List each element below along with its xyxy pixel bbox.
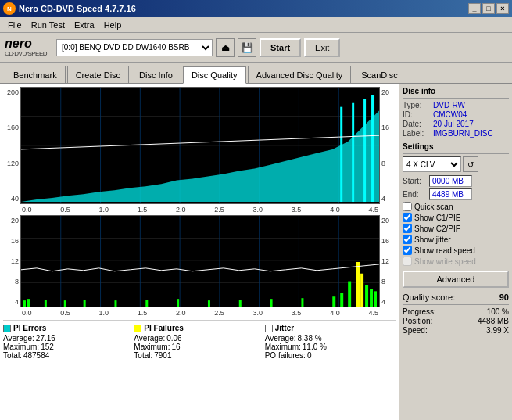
svg-rect-38 [301,298,303,307]
quality-section: Quality score: 90 Progress: 100 % Positi… [403,293,509,335]
bottom-chart-svg [21,216,379,307]
pi-errors-label: PI Errors [13,324,46,332]
pi-failures-avg-value: 0.06 [166,334,181,343]
tab-benchmark[interactable]: Benchmark [5,66,66,83]
show-jitter-row: Show jitter [403,235,509,244]
show-c1-pie-checkbox[interactable] [403,213,412,222]
tab-disc-info[interactable]: Disc Info [131,66,181,83]
app-icon: N [3,2,16,15]
show-c2-pif-checkbox[interactable] [403,224,412,233]
pi-failures-avg-row: Average: 0.06 [134,334,264,343]
show-jitter-label: Show jitter [414,235,451,244]
tabs: Benchmark Create Disc Disc Info Disc Qua… [0,63,512,83]
progress-value: 100 % [487,307,509,316]
svg-rect-39 [332,296,335,307]
start-value: 0000 MB [429,175,472,187]
jitter-stats: Jitter Average: 8.38 % Maximum: 11.0 % P… [265,324,396,360]
save-icon[interactable]: 💾 [238,38,256,57]
tab-scan-disc[interactable]: ScanDisc [353,66,406,83]
svg-rect-31 [84,300,86,307]
advanced-button[interactable]: Advanced [403,271,509,288]
drive-select[interactable]: [0:0] BENQ DVD DD DW1640 BSRB [56,39,213,56]
maximize-button[interactable]: □ [482,3,495,14]
disc-id-row: ID: CMCW04 [403,110,509,119]
svg-rect-29 [45,300,47,307]
pi-failures-stats: PI Failures Average: 0.06 Maximum: 16 To… [134,324,264,360]
menu-help[interactable]: Help [99,19,127,31]
top-chart-y-left: 200 160 120 40 [3,87,20,204]
chart-area: 200 160 120 40 [0,84,399,420]
pi-failures-color-box [134,325,141,332]
jitter-label: Jitter [275,324,294,332]
svg-rect-46 [374,291,377,307]
end-value: 4489 MB [429,188,472,200]
disc-type-label: Type: [403,101,430,109]
pi-errors-color-box [3,325,11,332]
menu-run-test[interactable]: Run Test [27,19,70,31]
quick-scan-checkbox[interactable] [403,202,412,211]
show-write-speed-checkbox[interactable] [403,257,412,266]
speed-select[interactable]: 4 X CLV [403,156,461,172]
disc-label-label: Label: [403,129,430,138]
show-read-speed-checkbox[interactable] [403,246,412,255]
show-write-speed-row: Show write speed [403,257,509,266]
stats-bar: PI Errors Average: 27.16 Maximum: 152 To… [3,320,396,360]
quick-scan-row: Quick scan [403,202,509,211]
start-button[interactable]: Start [260,38,301,57]
jitter-po-label: PO failures: [265,351,306,360]
jitter-avg-label: Average: [265,334,296,343]
quality-score: 90 [499,293,509,302]
nero-product: CD·DVD/SPEED [5,50,47,57]
pi-failures-max-value: 16 [171,343,180,351]
svg-rect-30 [64,300,66,307]
bottom-chart [20,215,380,307]
jitter-avg-value: 8.38 % [298,334,322,343]
bottom-chart-y-right: 20 16 12 8 4 [380,215,396,307]
exit-button[interactable]: Exit [304,38,340,57]
jitter-avg-row: Average: 8.38 % [265,334,396,343]
pi-errors-total-label: Total: [3,351,22,360]
pi-errors-total-value: 487584 [23,351,49,360]
svg-rect-33 [145,300,148,307]
toolbar: nero CD·DVD/SPEED [0:0] BENQ DVD DD DW16… [0,33,512,63]
svg-rect-43 [360,274,363,307]
pi-errors-max-value: 152 [41,343,54,351]
tab-advanced-disc-quality[interactable]: Advanced Disc Quality [248,66,352,83]
end-label: End: [403,190,426,199]
svg-rect-14 [363,99,366,202]
menu-file[interactable]: File [3,19,27,31]
disc-date-row: Date: 20 Jul 2017 [403,120,509,128]
eject-icon[interactable]: ⏏ [216,38,235,57]
title-bar: N Nero CD-DVD Speed 4.7.7.16 _ □ × [0,0,512,17]
minimize-button[interactable]: _ [468,3,481,14]
refresh-button[interactable]: ↺ [463,156,478,172]
speed-row-display: Speed: 3.99 X [403,326,509,335]
nero-logo: nero CD·DVD/SPEED [5,38,47,57]
svg-rect-40 [340,293,343,307]
tab-create-disc[interactable]: Create Disc [67,66,129,83]
bottom-chart-y-left: 20 16 12 8 4 [3,215,20,307]
disc-date-value: 20 Jul 2017 [433,120,474,128]
pi-failures-avg-label: Average: [134,334,165,343]
svg-rect-15 [371,95,374,202]
svg-marker-11 [21,111,379,202]
svg-rect-12 [340,107,342,202]
speed-row: 4 X CLV ↺ [403,156,509,172]
window-controls[interactable]: _ □ × [468,3,509,14]
progress-row: Progress: 100 % [403,307,509,316]
close-button[interactable]: × [496,3,509,14]
start-row: Start: 0000 MB [403,175,509,187]
disc-info-title: Disc info [403,87,509,95]
progress-label: Progress: [403,307,436,316]
menu-extra[interactable]: Extra [70,19,99,31]
tab-disc-quality[interactable]: Disc Quality [183,66,246,84]
jitter-po-row: PO failures: 0 [265,351,396,360]
svg-rect-34 [177,299,179,307]
pi-errors-avg-row: Average: 27.16 [3,334,134,343]
pi-errors-avg-value: 27.16 [36,334,55,343]
disc-id-value: CMCW04 [433,110,467,119]
show-jitter-checkbox[interactable] [403,235,412,244]
position-label: Position: [403,317,432,325]
svg-rect-35 [208,300,210,307]
menu-bar: File Run Test Extra Help [0,17,512,33]
